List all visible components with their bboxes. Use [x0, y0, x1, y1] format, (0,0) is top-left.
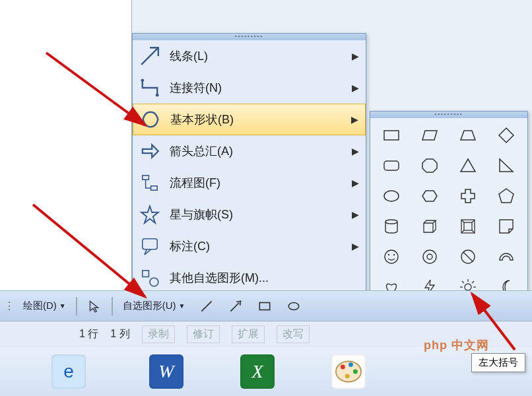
arrow-tool-button[interactable] [222, 295, 249, 317]
svg-rect-8 [384, 161, 399, 170]
shape-parallelogram[interactable] [411, 121, 448, 150]
select-objects-button[interactable] [81, 295, 108, 317]
shape-folded-corner[interactable] [488, 212, 525, 241]
submenu-arrow-icon: ▶ [352, 178, 359, 188]
callouts-icon [139, 236, 160, 257]
shape-hexagon[interactable] [411, 182, 448, 211]
menu-item-flowchart[interactable]: 流程图(F) ▶ [133, 167, 366, 199]
shape-trapezoid[interactable] [449, 121, 486, 150]
shape-can[interactable] [373, 212, 410, 241]
svg-point-19 [465, 284, 471, 290]
menu-label: 星与旗帜(S) [170, 207, 347, 222]
autoshapes-label: 自选图形(U) [123, 300, 176, 312]
drawing-toolbar: ⋮ 绘图(D) ▼ 自选图形(U) ▼ [0, 290, 532, 321]
svg-line-27 [472, 281, 474, 283]
svg-rect-4 [143, 239, 157, 249]
menu-item-callouts[interactable]: 标注(C) ▶ [133, 230, 366, 262]
more-shapes-icon [139, 267, 160, 288]
gallery-grip[interactable]: ••••••••• [370, 112, 527, 118]
svg-point-35 [353, 370, 358, 374]
svg-point-17 [427, 254, 432, 259]
tooltip-left-brace: 左大括号 [471, 353, 525, 372]
shape-rounded-rect[interactable] [373, 151, 410, 180]
shape-octagon[interactable] [411, 151, 448, 180]
svg-point-6 [150, 278, 158, 286]
shape-cross[interactable] [449, 182, 486, 211]
shape-pentagon[interactable] [488, 182, 525, 211]
stars-icon [139, 204, 160, 225]
draw-label: 绘图(D) [23, 300, 57, 312]
menu-item-more-autoshapes[interactable]: 其他自选图形(M)... [133, 262, 366, 294]
status-extend[interactable]: 扩展 [232, 325, 265, 343]
submenu-arrow-icon: ▶ [352, 82, 359, 93]
status-overwrite[interactable]: 改写 [277, 325, 310, 343]
menu-label: 线条(L) [170, 48, 347, 64]
status-revision[interactable]: 修订 [187, 325, 220, 343]
shape-bevel[interactable] [449, 212, 486, 241]
shape-rectangle[interactable] [373, 121, 410, 150]
submenu-arrow-icon: ▶ [351, 114, 358, 125]
svg-line-24 [462, 281, 464, 283]
menu-item-lines[interactable]: 线条(L) ▶ [133, 40, 366, 72]
oval-tool-button[interactable] [281, 295, 307, 317]
rectangle-tool-button[interactable] [251, 295, 278, 317]
svg-line-28 [202, 301, 212, 311]
shape-donut[interactable] [411, 242, 448, 271]
connector-icon [139, 77, 160, 98]
submenu-arrow-icon: ▶ [352, 241, 359, 251]
chevron-down-icon: ▼ [59, 302, 66, 310]
menu-label: 基本形状(B) [170, 112, 346, 127]
word-icon[interactable]: W [149, 354, 183, 389]
shape-oval[interactable] [373, 182, 410, 211]
menu-item-stars-banners[interactable]: 星与旗帜(S) ▶ [133, 199, 366, 230]
svg-point-16 [423, 250, 436, 263]
menu-item-connectors[interactable]: 连接符(N) ▶ [133, 72, 366, 104]
shape-right-triangle[interactable] [488, 151, 525, 180]
windows-taskbar: e W X [0, 347, 532, 396]
shape-diamond[interactable] [488, 121, 525, 150]
svg-point-34 [349, 362, 353, 367]
submenu-arrow-icon: ▶ [352, 146, 359, 156]
svg-rect-3 [151, 186, 158, 190]
shape-triangle[interactable] [449, 151, 486, 180]
chevron-down-icon: ▼ [179, 302, 185, 310]
paint-icon[interactable] [331, 354, 366, 389]
svg-rect-30 [260, 302, 270, 310]
menu-item-block-arrows[interactable]: 箭头总汇(A) ▶ [133, 135, 366, 167]
ie-icon[interactable]: e [51, 354, 86, 389]
status-record[interactable]: 录制 [142, 325, 175, 343]
shape-smiley[interactable] [373, 242, 410, 271]
menu-item-basic-shapes[interactable]: 基本形状(B) ▶ [133, 104, 366, 135]
flowchart-icon [139, 172, 160, 193]
svg-rect-2 [143, 176, 149, 180]
basic-shapes-icon [140, 109, 161, 130]
svg-point-13 [385, 250, 398, 263]
svg-point-10 [385, 220, 397, 224]
svg-point-33 [341, 365, 345, 370]
autoshapes-menu-button[interactable]: 自选图形(U) ▼ [117, 295, 191, 317]
autoshapes-menu: ••••••••• 线条(L) ▶ 连接符(N) ▶ 基本形状(B) ▶ 箭头总… [132, 33, 366, 294]
excel-icon[interactable]: X [240, 354, 275, 389]
svg-line-29 [231, 302, 240, 311]
menu-label: 连接符(N) [170, 80, 347, 96]
line-tool-button[interactable] [193, 295, 220, 317]
draw-menu-button[interactable]: 绘图(D) ▼ [17, 295, 72, 317]
separator [112, 297, 113, 315]
svg-rect-7 [384, 131, 399, 140]
svg-point-15 [393, 254, 395, 255]
submenu-arrow-icon: ▶ [352, 51, 359, 61]
arrows-icon [139, 141, 160, 162]
status-col: 1 列 [110, 327, 129, 341]
menu-label: 流程图(F) [170, 175, 347, 191]
shape-block-arc[interactable] [488, 242, 525, 271]
watermark: php 中文网 [424, 337, 489, 353]
svg-point-14 [388, 254, 389, 255]
menu-label: 其他自选图形(M)... [170, 270, 359, 286]
shape-no-symbol[interactable] [449, 242, 486, 271]
svg-rect-5 [143, 271, 149, 277]
shape-cube[interactable] [411, 212, 448, 241]
svg-point-36 [345, 374, 350, 378]
svg-rect-12 [464, 222, 472, 230]
menu-grip[interactable]: ••••••••• [133, 34, 366, 40]
menu-label: 箭头总汇(A) [170, 143, 347, 159]
